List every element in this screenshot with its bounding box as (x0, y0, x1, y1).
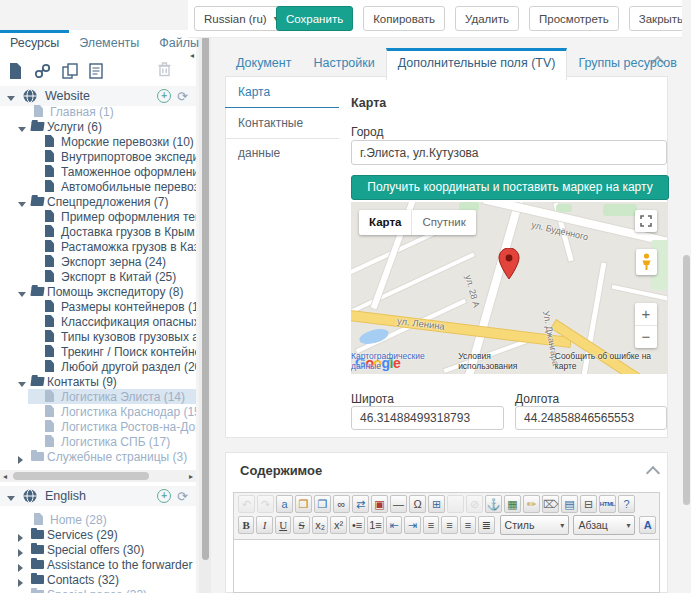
tree-item[interactable]: Главная (1) (0, 104, 196, 119)
sidebar-tab[interactable]: Ресурсы (0, 30, 69, 56)
remove-format-icon[interactable]: ⌦ (542, 495, 559, 513)
tree-item[interactable]: Услуги (6) (0, 119, 196, 134)
zoom-in-button[interactable]: + (635, 303, 657, 326)
find-replace-icon[interactable]: ⇄ (352, 495, 369, 513)
insert-table-icon[interactable]: ⊞ (428, 495, 445, 513)
caret-down-icon[interactable] (18, 292, 26, 297)
document-tab[interactable]: Документ (225, 48, 302, 76)
tree-item[interactable]: Логистика СПБ (17) (0, 434, 196, 449)
tree-item[interactable]: Экспорт в Китай (25) (0, 269, 196, 284)
tree-root-website[interactable]: Website + ⟳ (0, 86, 196, 106)
tree-item[interactable]: Special pages (33) (0, 587, 196, 593)
print-icon[interactable]: ⊟ (580, 495, 597, 513)
html-source-icon[interactable]: HTML (599, 495, 616, 513)
longitude-input[interactable] (515, 406, 667, 430)
pegman-icon[interactable] (636, 249, 657, 275)
tree-item[interactable]: Логистика Элиста (14) (0, 389, 196, 404)
tree-item[interactable]: Растаможка грузов в Казахстан (0, 239, 196, 254)
tree-item[interactable]: Контакты (9) (0, 374, 196, 389)
google-map[interactable]: ул. Будённого ул. 28 А ул. Ленина Ул. Дж… (351, 202, 667, 374)
bold-button[interactable]: B (238, 516, 254, 534)
outdent-button[interactable]: ⇤ (386, 516, 402, 534)
tree-item[interactable]: Спецпредложения (7) (0, 194, 196, 209)
redo-icon[interactable]: ↷ (257, 495, 274, 513)
tree-item[interactable]: Services (29) (0, 527, 196, 542)
add-resource-icon[interactable]: + (157, 489, 171, 503)
find-icon[interactable]: ∞ (333, 495, 350, 513)
scroll-right-icon[interactable]: ▸ (186, 472, 196, 481)
language-dropdown[interactable]: Russian (ru) ▾ (194, 6, 288, 31)
tree-item[interactable]: Автомобильные перевозки (13) (0, 179, 196, 194)
hr-icon[interactable]: — (390, 495, 407, 513)
sidebar-tab[interactable]: Элементы (69, 30, 149, 56)
collapse-panel-icon[interactable]: ◂ (190, 51, 194, 60)
tree-item[interactable]: Логистика Ростов-на-Дону (16) (0, 419, 196, 434)
editor-content-area[interactable] (234, 539, 659, 592)
visual-aid-icon[interactable]: A (639, 516, 655, 534)
numbered-list-button[interactable]: 1≡ (367, 516, 383, 534)
caret-right-icon[interactable] (18, 564, 23, 572)
caret-right-icon[interactable] (18, 549, 23, 557)
attribution-link[interactable]: Картографические данные (351, 351, 447, 371)
tree-item[interactable]: Размеры контейнеров (19) (0, 299, 196, 314)
document-tab[interactable]: Дополнительные поля (TV) (386, 48, 568, 80)
italic-button[interactable]: I (256, 516, 272, 534)
visual-blocks-icon[interactable]: ▤ (561, 495, 578, 513)
tree-item[interactable]: Классификация опасных грузов (0, 314, 196, 329)
format-select[interactable]: Абзац▾ (573, 515, 635, 535)
duplicate-icon[interactable] (62, 63, 78, 79)
city-input[interactable] (351, 140, 667, 165)
tree-item[interactable]: Логистика Краснодар (15) (0, 404, 196, 419)
tree-item[interactable]: Contacts (32) (0, 572, 196, 587)
attribution-link[interactable]: Сообщить об ошибке на карте (555, 351, 664, 371)
save-button[interactable]: Сохранить (276, 6, 353, 31)
tree-item[interactable]: Служебные страницы (3) (0, 449, 196, 464)
undo-icon[interactable]: ↶ (238, 495, 255, 513)
tree-item[interactable]: Типы кузовов грузовых автомоб (0, 329, 196, 344)
bullet-list-button[interactable]: •≡ (349, 516, 365, 534)
tree-item[interactable]: Доставка грузов в Крым (22) (0, 224, 196, 239)
get-coordinates-button[interactable]: Получить координаты и поставить маркер н… (351, 175, 669, 200)
unlink-icon[interactable]: ⊘ (466, 495, 483, 513)
align-right-button[interactable]: ≡ (460, 516, 476, 534)
tree-item[interactable]: Трекинг / Поиск контейнера (18) (0, 344, 196, 359)
tree-item[interactable]: Home (28) (0, 512, 196, 527)
anchor-icon[interactable]: ⚓ (485, 495, 502, 513)
tree-item[interactable]: Морские перевозки (10) (0, 134, 196, 149)
tree-item[interactable]: Помощь экспедитору (8) (0, 284, 196, 299)
caret-right-icon[interactable] (18, 579, 23, 587)
map-type-satellite-button[interactable]: Спутник (411, 210, 475, 235)
trash-icon[interactable] (158, 62, 182, 81)
caret-right-icon[interactable] (18, 534, 23, 542)
scroll-left-icon[interactable]: ◂ (0, 472, 10, 481)
rich-text-editor[interactable]: ↶↷a❐❐∞⇄▣—Ω⊞⊘⚓▦✏⌦▤⊟HTML? BIUSx₂x²•≡1≡⇤⇥≡≡… (233, 492, 660, 593)
tree-item[interactable]: Таможенное оформление (12) (0, 164, 196, 179)
strikethrough-button[interactable]: S (293, 516, 309, 534)
latitude-input[interactable] (351, 406, 504, 430)
special-char-icon[interactable]: Ω (409, 495, 426, 513)
static-resource-icon[interactable] (89, 63, 103, 79)
scrollbar-thumb[interactable] (13, 472, 149, 480)
document-tab[interactable]: Настройки (302, 48, 385, 76)
map-marker-icon[interactable] (498, 248, 520, 284)
toolbar-button[interactable]: Просмотреть (529, 6, 619, 31)
caret-down-icon[interactable] (7, 96, 15, 101)
tree-item[interactable]: Экспорт зерна (24) (0, 254, 196, 269)
paste-icon[interactable]: ❐ (295, 495, 312, 513)
tree-horizontal-scrollbar[interactable]: ◂ ▸ (0, 470, 196, 482)
media-icon[interactable]: ▦ (504, 495, 521, 513)
caret-down-icon[interactable] (7, 496, 15, 501)
refresh-icon[interactable]: ⟳ (177, 90, 188, 103)
tree-item[interactable]: Special offers (30) (0, 542, 196, 557)
fullscreen-icon[interactable] (635, 210, 657, 232)
add-resource-icon[interactable]: + (157, 89, 171, 103)
caret-down-icon[interactable] (18, 202, 26, 207)
zoom-out-button[interactable]: − (635, 326, 657, 348)
splitter-handle[interactable] (202, 36, 209, 560)
caret-right-icon[interactable] (18, 456, 23, 464)
tree-item[interactable]: Пример оформления текстовой (0, 209, 196, 224)
format-paint-icon[interactable]: ✏ (523, 495, 540, 513)
align-justify-button[interactable]: ≣ (478, 516, 494, 534)
map-type-map-button[interactable]: Карта (359, 210, 411, 235)
attribution-link[interactable]: Условия использования (458, 351, 544, 371)
